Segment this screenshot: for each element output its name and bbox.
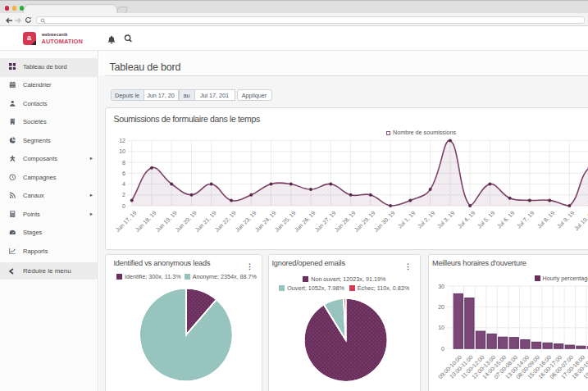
svg-text:0: 0 [122, 203, 125, 209]
svg-text:20: 20 [438, 303, 444, 309]
svg-text:2: 2 [122, 192, 125, 198]
svg-text:8: 8 [122, 160, 125, 166]
svg-text:12: 12 [119, 138, 125, 143]
svg-text:6: 6 [122, 170, 125, 176]
svg-text:10: 10 [438, 325, 444, 330]
svg-text:4: 4 [122, 181, 125, 187]
svg-text:0: 0 [441, 345, 444, 351]
svg-text:10: 10 [119, 148, 125, 154]
svg-text:30: 30 [438, 283, 444, 289]
